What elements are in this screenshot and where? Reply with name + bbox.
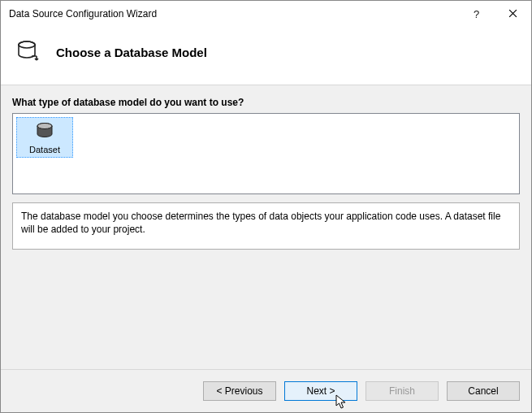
next-button[interactable]: Next > [284, 381, 357, 401]
previous-button[interactable]: < Previous [203, 381, 276, 401]
description-text: The database model you choose determines… [12, 202, 520, 250]
database-icon [15, 38, 41, 67]
option-dataset[interactable]: Dataset [16, 117, 73, 158]
close-icon [508, 8, 517, 20]
close-button[interactable] [495, 1, 531, 27]
option-dataset-label: Dataset [29, 145, 60, 154]
title-bar: Data Source Configuration Wizard ? [1, 1, 531, 27]
finish-button[interactable]: Finish [365, 381, 439, 401]
page-title: Choose a Database Model [56, 46, 207, 59]
wizard-header: Choose a Database Model [1, 27, 531, 85]
help-button[interactable]: ? [458, 1, 495, 27]
dataset-icon [33, 121, 56, 143]
question-label: What type of database model do you want … [12, 97, 520, 108]
wizard-footer: < Previous Next > Finish Cancel [1, 369, 531, 412]
window-title: Data Source Configuration Wizard [9, 8, 458, 20]
cancel-button[interactable]: Cancel [447, 381, 520, 401]
content-area: What type of database model do you want … [1, 85, 531, 369]
svg-point-3 [37, 124, 52, 129]
help-icon: ? [474, 8, 479, 20]
model-listbox[interactable]: Dataset [12, 113, 520, 194]
